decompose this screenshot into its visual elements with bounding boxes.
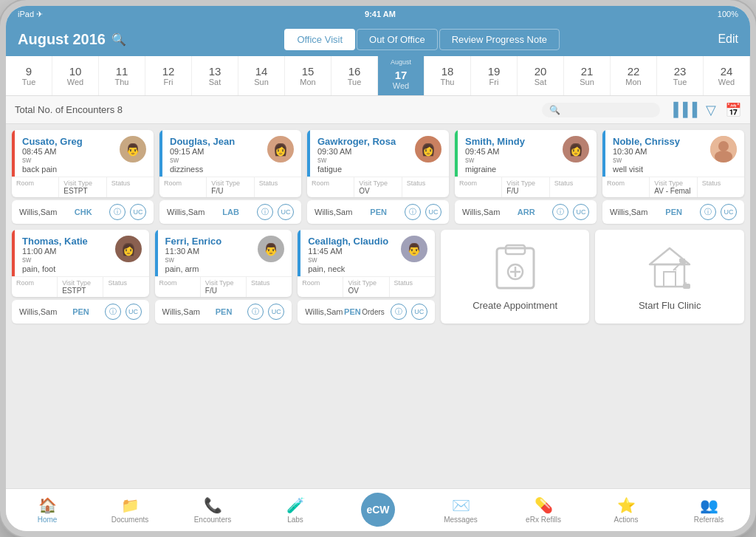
cal-day-24[interactable]: 24 Wed <box>704 56 750 95</box>
uc-icon-ferri[interactable]: UC <box>268 304 284 320</box>
month-label: August <box>391 58 411 66</box>
avatar-noble <box>710 136 737 163</box>
info-icon-noble[interactable]: ⓘ <box>700 204 716 220</box>
status-left: iPad ✈ <box>18 10 43 19</box>
cal-day-12[interactable]: 12 Fri <box>145 56 192 95</box>
flu-clinic-card[interactable]: Start Flu Clinic <box>595 230 744 324</box>
apt-card-douglas[interactable]: Douglas, Jean 09:15 AM sw dizziness 👩 Ro… <box>159 130 301 197</box>
info-icon-ceallagh[interactable]: ⓘ <box>391 304 407 320</box>
apt-info-ferri: Ferri, Enrico 11:30 AM sw pain, arm <box>165 236 258 273</box>
staff-icons-ferri: ⓘ UC <box>247 304 284 320</box>
apt-card-ferri[interactable]: Ferri, Enrico 11:30 AM sw pain, arm 👨 Ro… <box>155 230 292 297</box>
info-icon-thomas[interactable]: ⓘ <box>105 304 121 320</box>
search-icon: 🔍 <box>549 105 560 115</box>
nav-labs[interactable]: 🧪 Labs <box>254 489 337 531</box>
apt-card-wrapper-cusato: Cusato, Greg 08:45 AM sw back pain 👨 Roo… <box>12 130 154 224</box>
uc-icon-thomas[interactable]: UC <box>126 304 142 320</box>
cal-day-11[interactable]: 11 Thu <box>99 56 145 95</box>
apt-complaint-douglas: dizziness <box>170 165 267 174</box>
calendar-icon[interactable]: 📅 <box>725 102 741 118</box>
apt-info-noble: Noble, Chrissy 10:30 AM sw well visit <box>613 136 710 174</box>
apt-info-douglas: Douglas, Jean 09:15 AM sw dizziness <box>170 136 267 174</box>
staff-row-cusato: Willis,Sam CHK ⓘ UC <box>12 200 154 224</box>
apt-time-douglas: 09:15 AM <box>170 147 267 156</box>
list-view-icon[interactable]: ▐▐▐ <box>669 102 697 117</box>
create-appointment-card[interactable]: Create Appointment <box>441 230 590 324</box>
tab-review-progress[interactable]: Review Progress Note <box>439 29 560 50</box>
uc-icon-smith[interactable]: UC <box>573 204 589 220</box>
apt-name-douglas: Douglas, Jean <box>170 136 267 147</box>
info-icon-douglas[interactable]: ⓘ <box>257 204 273 220</box>
tab-out-of-office[interactable]: Out Of Office <box>357 29 438 50</box>
apt-card-gawkroger[interactable]: Gawkroger, Rosa 09:30 AM sw fatigue 👩 Ro… <box>307 130 449 197</box>
cal-day-20[interactable]: 20 Sat <box>518 56 564 95</box>
room-cell-cusato: Room <box>12 177 59 197</box>
filter-icon[interactable]: ▽ <box>706 102 716 118</box>
main-content: Cusato, Greg 08:45 AM sw back pain 👨 Roo… <box>6 124 750 488</box>
orders-label: Orders <box>362 308 386 316</box>
create-appointment-icon-wrap <box>489 242 541 294</box>
nav-documents[interactable]: 📁 Documents <box>89 489 171 531</box>
cal-day-23[interactable]: 23 Tue <box>657 56 704 95</box>
staff-icons-ceallagh: Orders ⓘ UC <box>362 304 427 320</box>
info-icon-cusato[interactable]: ⓘ <box>109 204 126 220</box>
apt-card-ceallagh[interactable]: Ceallagh, Claudio 11:45 AM sw pain, neck… <box>298 230 435 297</box>
cal-day-18[interactable]: 18 Thu <box>425 56 471 95</box>
staff-status-ferri: PEN <box>216 307 233 316</box>
room-cell-smith: Room <box>455 177 502 197</box>
apt-card-wrapper-douglas: Douglas, Jean 09:15 AM sw dizziness 👩 Ro… <box>159 130 301 224</box>
staff-row-ferri: Willis,Sam PEN ⓘ UC <box>155 300 292 324</box>
info-icon-smith[interactable]: ⓘ <box>552 204 568 220</box>
status-bar: iPad ✈ 9:41 AM 100% <box>6 6 750 22</box>
uc-icon-gawkroger[interactable]: UC <box>425 204 441 220</box>
cal-day-17-today[interactable]: August 17 Wed <box>378 56 425 95</box>
cal-day-14[interactable]: 14 Sun <box>238 56 285 95</box>
edit-button[interactable]: Edit <box>718 33 738 46</box>
search-icon[interactable]: 🔍 <box>111 33 126 47</box>
uc-icon-ceallagh[interactable]: UC <box>411 304 427 320</box>
apt-card-smith[interactable]: Smith, Mindy 09:45 AM sw migraine 👩 Room… <box>455 130 597 197</box>
nav-erx[interactable]: 💊 eRx Refills <box>502 489 585 531</box>
cal-day-19[interactable]: 19 Fri <box>471 56 518 95</box>
flu-clinic-label: Start Flu Clinic <box>639 300 701 311</box>
uc-icon-douglas[interactable]: UC <box>278 204 294 220</box>
apt-time-cusato: 08:45 AM <box>22 147 120 156</box>
cal-day-15[interactable]: 15 Mon <box>285 56 331 95</box>
search-box[interactable]: 🔍 <box>542 103 660 117</box>
apt-card-wrapper-gawkroger: Gawkroger, Rosa 09:30 AM sw fatigue 👩 Ro… <box>307 130 449 224</box>
apt-name-ferri: Ferri, Enrico <box>165 236 258 247</box>
nav-messages[interactable]: ✉️ Messages <box>419 489 502 531</box>
cal-day-16[interactable]: 16 Tue <box>331 56 378 95</box>
tab-office-visit[interactable]: Office Visit <box>284 29 355 50</box>
staff-name-ferri: Willis,Sam <box>162 307 200 316</box>
nav-home[interactable]: 🏠 Home <box>6 489 89 531</box>
cal-day-9[interactable]: 9 Tue <box>6 56 52 95</box>
apt-complaint-thomas: pain, foot <box>22 264 115 273</box>
apt-time-thomas: 11:00 AM <box>22 247 115 256</box>
apt-card-cusato[interactable]: Cusato, Greg 08:45 AM sw back pain 👨 Roo… <box>12 130 154 197</box>
apt-type-noble: sw <box>613 156 710 164</box>
svg-rect-9 <box>655 264 684 287</box>
apt-card-wrapper-ferri: Ferri, Enrico 11:30 AM sw pain, arm 👨 Ro… <box>155 230 292 324</box>
info-icon-ferri[interactable]: ⓘ <box>247 304 264 320</box>
apt-name-ceallagh: Ceallagh, Claudio <box>308 236 401 247</box>
apt-card-noble[interactable]: Noble, Chrissy 10:30 AM sw well visit Ro… <box>602 130 744 197</box>
staff-name-ceallagh: Willis,Sam <box>305 307 343 316</box>
nav-ecw[interactable]: eCW <box>337 489 419 531</box>
nav-encounters[interactable]: 📞 Encounters <box>171 489 254 531</box>
staff-row-smith: Willis,Sam ARR ⓘ UC <box>455 200 597 224</box>
apt-card-thomas[interactable]: Thomas, Katie 11:00 AM sw pain, foot 👩 R… <box>12 230 149 297</box>
ecw-button[interactable]: eCW <box>361 493 395 527</box>
nav-referrals[interactable]: 👥 Referrals <box>667 489 750 531</box>
uc-icon-cusato[interactable]: UC <box>130 204 146 220</box>
nav-actions[interactable]: ⭐ Actions <box>585 489 667 531</box>
cal-day-10[interactable]: 10 Wed <box>52 56 99 95</box>
cal-day-13[interactable]: 13 Sat <box>192 56 238 95</box>
cal-day-21[interactable]: 21 Sun <box>564 56 611 95</box>
info-icon-gawkroger[interactable]: ⓘ <box>405 204 421 220</box>
cal-day-22[interactable]: 22 Mon <box>611 56 657 95</box>
uc-icon-noble[interactable]: UC <box>721 204 737 220</box>
staff-name-douglas: Willis,Sam <box>167 208 205 216</box>
staff-row-gawkroger: Willis,Sam PEN ⓘ UC <box>307 200 449 224</box>
apt-card-wrapper-smith: Smith, Mindy 09:45 AM sw migraine 👩 Room… <box>455 130 597 224</box>
